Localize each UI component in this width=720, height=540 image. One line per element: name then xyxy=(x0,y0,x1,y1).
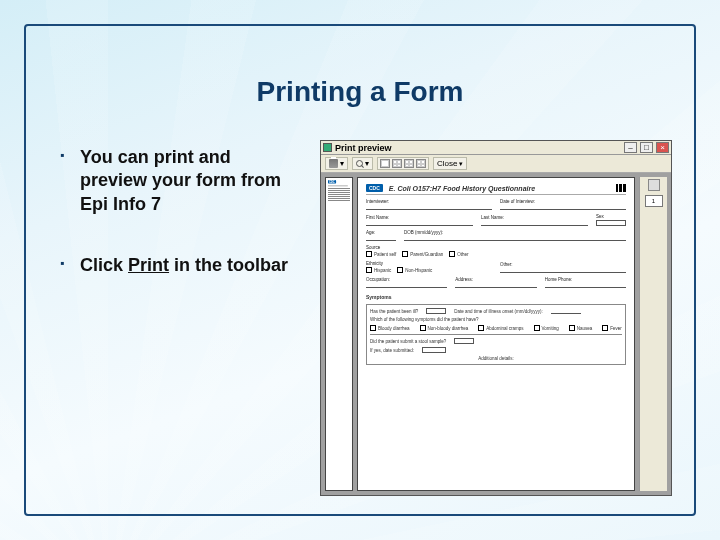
page-layout-group xyxy=(377,157,429,170)
bullet-item: Click Print in the toolbar xyxy=(60,254,300,277)
input-date[interactable] xyxy=(500,205,626,210)
print-icon xyxy=(329,159,338,168)
label-ethnicity: Ethnicity xyxy=(366,261,492,266)
chk-sym-4[interactable]: Nausea xyxy=(569,325,593,331)
chk-eth-1[interactable]: Non-Hispanic xyxy=(397,267,432,273)
chk-sym-5[interactable]: Fever xyxy=(602,325,622,331)
label-source: Source xyxy=(366,245,626,250)
input-interviewer[interactable] xyxy=(366,205,492,210)
section-symptoms: Has the patient been ill? Date and time … xyxy=(366,304,626,365)
print-button[interactable]: ▾ xyxy=(325,157,348,170)
page-thumbnail[interactable]: CDC xyxy=(325,177,353,491)
input-address[interactable] xyxy=(455,283,536,288)
bullet-item: You can print and preview your form from… xyxy=(60,146,300,216)
label-firstname: First Name: xyxy=(366,215,473,220)
preview-toolbar: ▾ ▾ Close xyxy=(321,155,671,173)
close-preview-button[interactable]: Close xyxy=(433,157,467,170)
chk-eth-0[interactable]: Hispanic xyxy=(366,267,391,273)
q-ill: Has the patient been ill? xyxy=(370,309,418,314)
q-onset: Date and time of illness onset (mm/dd/yy… xyxy=(454,309,543,314)
label-lastname: Last Name: xyxy=(481,215,588,220)
magnifier-icon xyxy=(356,160,363,167)
form-title: E. Coli O157:H7 Food History Questionnai… xyxy=(389,185,610,192)
bullet-underline: Print xyxy=(128,255,169,275)
bullet-text: You can print and preview your form from… xyxy=(80,147,281,214)
q-which: Which of the following symptoms did the … xyxy=(370,317,622,322)
label-phone: Home Phone: xyxy=(545,277,626,282)
preview-sidepanel: 1 xyxy=(639,177,667,491)
label-sex: Sex xyxy=(596,214,626,219)
bullet-text: in the toolbar xyxy=(169,255,288,275)
label-age: Age: xyxy=(366,230,396,235)
page-main: CDC E. Coli O157:H7 Food History Questio… xyxy=(357,177,635,491)
label-other: Other: xyxy=(500,262,626,267)
maximize-button[interactable]: □ xyxy=(640,142,653,153)
chk-sym-3[interactable]: Vomiting xyxy=(534,325,559,331)
label-date: Date of Interview: xyxy=(500,199,626,204)
input-stool-date[interactable] xyxy=(422,347,446,353)
label-interviewer: Interviewer: xyxy=(366,199,492,204)
one-page-button[interactable] xyxy=(380,159,390,168)
close-button[interactable]: × xyxy=(656,142,669,153)
select-ill[interactable] xyxy=(426,308,446,314)
bullet-list: You can print and preview your form from… xyxy=(60,146,300,316)
input-onset[interactable] xyxy=(551,309,581,314)
section-symptoms-label: Symptoms xyxy=(366,294,626,300)
form-header: CDC E. Coli O157:H7 Food History Questio… xyxy=(366,184,626,195)
select-sex[interactable] xyxy=(596,220,626,226)
section-footer: Additional details: xyxy=(370,356,622,361)
six-page-button[interactable] xyxy=(416,159,426,168)
barcode-icon xyxy=(616,184,626,192)
chk-sym-2[interactable]: Abdominal cramps xyxy=(478,325,523,331)
preview-canvas[interactable]: CDC CDC E. Coli O157:H7 Food History Que… xyxy=(321,173,671,495)
slide-title: Printing a Form xyxy=(0,76,720,108)
cdc-logo: CDC xyxy=(366,184,383,192)
input-phone[interactable] xyxy=(545,283,626,288)
q-stool-date: If yes, date submitted: xyxy=(370,348,414,353)
window-title: Print preview xyxy=(335,143,392,153)
chk-source-0[interactable]: Patient self xyxy=(366,251,396,257)
label-address: Address: xyxy=(455,277,536,282)
sidepanel-icon[interactable] xyxy=(648,179,660,191)
input-dob[interactable] xyxy=(404,236,626,241)
input-other[interactable] xyxy=(500,268,626,273)
q-stool: Did the patient submit a stool sample? xyxy=(370,339,446,344)
four-page-button[interactable] xyxy=(404,159,414,168)
label-occupation: Occupation: xyxy=(366,277,447,282)
zoom-button[interactable]: ▾ xyxy=(352,157,373,170)
input-occupation[interactable] xyxy=(366,283,447,288)
chk-source-2[interactable]: Other xyxy=(449,251,468,257)
page-number-box[interactable]: 1 xyxy=(645,195,663,207)
bullet-text: Click xyxy=(80,255,128,275)
app-icon xyxy=(323,143,332,152)
window-titlebar[interactable]: Print preview – □ × xyxy=(321,141,671,155)
select-stool[interactable] xyxy=(454,338,474,344)
label-dob: DOB (mm/dd/yyyy): xyxy=(404,230,626,235)
input-age[interactable] xyxy=(366,236,396,241)
input-firstname[interactable] xyxy=(366,221,473,226)
print-preview-window: Print preview – □ × ▾ ▾ Close CDC CDC E.… xyxy=(320,140,672,496)
minimize-button[interactable]: – xyxy=(624,142,637,153)
chk-source-1[interactable]: Parent/Guardian xyxy=(402,251,443,257)
input-lastname[interactable] xyxy=(481,221,588,226)
two-page-button[interactable] xyxy=(392,159,402,168)
chk-sym-1[interactable]: Non-bloody diarrhea xyxy=(420,325,469,331)
chk-sym-0[interactable]: Bloody diarrhea xyxy=(370,325,410,331)
